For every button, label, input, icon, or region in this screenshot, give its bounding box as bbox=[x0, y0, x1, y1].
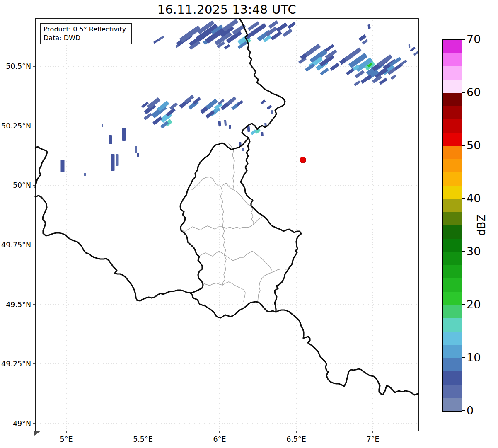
colorbar-segment bbox=[443, 318, 462, 332]
corner-border-artifact bbox=[34, 431, 41, 436]
echo-cell bbox=[324, 44, 334, 52]
colorbar-tick-label: 60 bbox=[467, 85, 481, 100]
colorbar-segment bbox=[443, 292, 462, 305]
colorbar-segment bbox=[443, 398, 462, 411]
echo-cell bbox=[276, 22, 288, 32]
y-tick-label: 50.5°N bbox=[6, 62, 31, 70]
colorbar-segment bbox=[443, 133, 462, 146]
colorbar-tick-mark bbox=[462, 198, 465, 199]
echo-cell bbox=[102, 124, 103, 127]
colorbar-segment bbox=[443, 53, 462, 66]
canton-border-path bbox=[229, 144, 234, 189]
echo-cell bbox=[111, 154, 115, 171]
colorbar-segment bbox=[443, 239, 462, 252]
canton-border-path bbox=[258, 278, 262, 302]
colorbar-segment bbox=[443, 172, 462, 186]
canton-border-path bbox=[271, 269, 286, 273]
colorbar-segment bbox=[443, 265, 462, 278]
y-tick-label: 49.75°N bbox=[1, 241, 31, 249]
colorbar-segment bbox=[443, 212, 462, 225]
echo-cell bbox=[137, 153, 139, 157]
colorbar-tick-mark bbox=[462, 304, 465, 305]
echo-cell bbox=[141, 102, 149, 108]
colorbar-segment bbox=[443, 159, 462, 172]
echo-cell bbox=[288, 22, 296, 29]
echo-cell bbox=[320, 68, 329, 75]
colorbar-tick-mark bbox=[462, 145, 465, 146]
colorbar-segment bbox=[443, 146, 462, 159]
echo-cell bbox=[413, 51, 419, 56]
colorbar-segment bbox=[443, 106, 462, 119]
colorbar bbox=[442, 39, 462, 412]
echo-cell bbox=[144, 113, 152, 120]
colorbar-tick-label: 0 bbox=[467, 403, 474, 418]
country-border-path bbox=[35, 196, 191, 301]
colorbar-axis-label: dBZ bbox=[475, 206, 492, 244]
colorbar-tick-mark bbox=[462, 357, 465, 358]
country-border-path bbox=[276, 310, 418, 395]
echo-cell bbox=[330, 63, 340, 71]
colorbar-segment bbox=[443, 93, 462, 106]
colorbar-segment bbox=[443, 40, 462, 53]
colorbar-tick-mark bbox=[462, 251, 465, 252]
echo-cell bbox=[354, 80, 361, 86]
colorbar-tick-label: 70 bbox=[467, 32, 481, 47]
echo-cell bbox=[61, 160, 65, 172]
echo-cell bbox=[116, 154, 119, 166]
colorbar-tick-label: 40 bbox=[467, 191, 481, 206]
colorbar-tick-label: 10 bbox=[467, 350, 481, 365]
echo-cell bbox=[84, 173, 86, 176]
echo-cell bbox=[224, 44, 230, 50]
x-tick-label: 5.5°E bbox=[133, 435, 153, 443]
x-tick-label: 5°E bbox=[60, 435, 73, 443]
country-border-path bbox=[35, 147, 47, 188]
colorbar-segment bbox=[443, 345, 462, 358]
y-tick-label: 50.25°N bbox=[1, 122, 31, 130]
colorbar-segment bbox=[443, 80, 462, 93]
country-border-path bbox=[180, 138, 249, 293]
echo-cell bbox=[135, 146, 137, 153]
x-tick-label: 7°E bbox=[367, 435, 380, 443]
country-border-path bbox=[241, 138, 301, 312]
colorbar-segment bbox=[443, 66, 462, 80]
x-tick-label: 6.5°E bbox=[286, 435, 306, 443]
echo-cell bbox=[271, 110, 273, 114]
echo-cell bbox=[346, 68, 354, 75]
colorbar-segment bbox=[443, 278, 462, 292]
colorbar-segment bbox=[443, 186, 462, 199]
echo-cell bbox=[261, 132, 264, 136]
echo-cell bbox=[360, 75, 372, 84]
echo-cell bbox=[355, 70, 365, 78]
x-tick-label: 6°E bbox=[213, 435, 226, 443]
product-line: Product: 0.5° Reflectivity bbox=[44, 25, 128, 34]
echo-cell bbox=[218, 121, 221, 126]
colorbar-tick-mark bbox=[462, 92, 465, 93]
echo-cell bbox=[268, 20, 278, 29]
y-tick-label: 50°N bbox=[13, 181, 31, 189]
data-source-line: Data: DWD bbox=[44, 34, 128, 42]
colorbar-segment bbox=[443, 332, 462, 345]
echo-cell bbox=[362, 39, 368, 45]
echo-cell bbox=[242, 148, 244, 151]
canton-border-path bbox=[220, 186, 224, 227]
echo-cell bbox=[227, 96, 237, 105]
colorbar-segment bbox=[443, 119, 462, 133]
echo-cell bbox=[266, 105, 272, 110]
echo-cell bbox=[409, 44, 411, 48]
radar-site-marker bbox=[300, 157, 306, 163]
echo-cell bbox=[283, 29, 293, 37]
echo-cell bbox=[109, 135, 112, 144]
colorbar-tick-label: 20 bbox=[467, 297, 481, 312]
product-info-box: Product: 0.5° Reflectivity Data: DWD bbox=[40, 23, 132, 44]
colorbar-tick-mark bbox=[462, 410, 465, 411]
colorbar-tick-label: 30 bbox=[467, 244, 481, 259]
colorbar-segment bbox=[443, 252, 462, 265]
echo-cell bbox=[122, 128, 126, 141]
radar-figure: { "title": "16.11.2025 13:48 UTC", "info… bbox=[0, 0, 498, 448]
echo-cell bbox=[367, 24, 371, 29]
echo-cell bbox=[229, 125, 231, 129]
y-tick-label: 49.25°N bbox=[1, 360, 31, 368]
colorbar-tick-label: 50 bbox=[467, 138, 481, 153]
country-border-path bbox=[191, 293, 276, 318]
radar-map-canvas: 5°E5.5°E6°E6.5°E7°E50.5°N50.25°N50°N49.7… bbox=[0, 0, 498, 448]
